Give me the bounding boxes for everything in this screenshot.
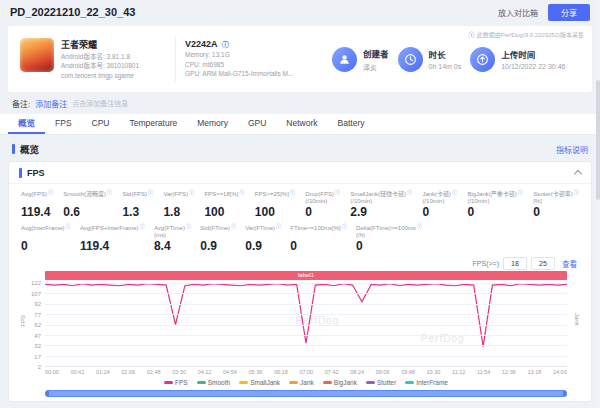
info-icon[interactable]: ⓘ [186,223,191,229]
fps-panel-header: FPS [9,162,591,184]
tab-Battery[interactable]: Battery [328,114,375,134]
x-tick: 02:48 [147,369,161,375]
page-scrollbar[interactable] [596,0,600,408]
legend-item-BigJank[interactable]: BigJank [323,379,357,386]
creator-value: 泽炎 [363,62,389,72]
legend-item-SmallJank[interactable]: SmallJank [239,379,280,386]
gridline [45,293,567,294]
duration-text: 时长 0h 14m 0s [429,48,462,70]
metric-doc-link[interactable]: 指标说明 [556,144,588,155]
duration-info: 时长 0h 14m 0s [398,47,462,72]
compare-box-link[interactable]: 放入对比箱 [498,7,538,18]
plot-column: label1 PerfDog PerfDog 00:0000:4201:2402… [45,271,567,397]
report-header-card: ⓘ此数据由PerfDog(9.0.2203252)版本采集 王者荣耀 Andro… [8,26,592,92]
share-button[interactable]: 分享 [548,4,590,21]
legend-item-InterFrame[interactable]: InterFrame [405,379,448,386]
y-axis-labels: 1221079277624732172 [23,283,43,367]
fps-max-input[interactable] [531,257,555,270]
info-icon[interactable]: ⓘ [518,189,523,195]
fps-stats-row2: Avg(InterFrame)ⓘ0Avg(FPS+InterFrame)ⓘ119… [9,221,434,255]
stat-Smooth(流畅度): Smooth(流畅度)ⓘ0.6 [63,191,112,219]
stat-Delta(FTime)>=100ms: Delta(FTime)>=100msⓘ(/h)0 [356,225,422,253]
info-icon[interactable]: ⓘ [276,223,281,229]
x-tick: 14:00 [553,369,567,375]
y-tick: 32 [23,343,41,349]
info-icon[interactable]: ⓘ [574,189,579,195]
stat-BigJank(严重卡顿): BigJank(严重卡顿)ⓘ(/10min)0 [467,191,522,219]
scrollbar-thumb[interactable] [45,390,567,397]
x-tick: 07:00 [299,369,313,375]
info-icon[interactable]: ⓘ [189,189,194,195]
user-icon [332,47,357,72]
info-icon[interactable]: ⓘ [148,189,153,195]
tab-GPU[interactable]: GPU [238,114,276,134]
stat-Var(FPS): Var(FPS)ⓘ1.8 [163,191,194,219]
y-tick: 17 [23,354,41,360]
x-tick: 04:54 [223,369,237,375]
game-icon [20,38,54,72]
legend-item-FPS[interactable]: FPS [164,379,188,386]
y-tick: 122 [23,280,41,286]
game-text: 王者荣耀 Android版本名: 3.81.1.8 Android版本号: 36… [61,38,139,80]
creator-text: 创建者 泽炎 [363,47,389,72]
gridline [45,314,567,315]
info-icon[interactable]: ⓘ [407,189,412,195]
tab-Network[interactable]: Network [276,114,327,134]
tab-概览[interactable]: 概览 [8,114,45,134]
tab-CPU[interactable]: CPU [82,114,120,134]
add-remark-link[interactable]: 添加备注 [35,98,67,109]
fps-plot[interactable]: PerfDog PerfDog [45,283,567,367]
clock-icon [398,47,423,72]
fps-min-input[interactable] [503,257,527,270]
info-icon: ⓘ [469,32,475,38]
info-icon[interactable]: ⓘ [417,223,422,229]
tab-FPS[interactable]: FPS [45,114,82,134]
legend-item-Stutter[interactable]: Stutter [366,379,396,386]
scrollbar-handle-left[interactable] [46,391,49,396]
info-icon[interactable]: ⓘ [290,189,295,195]
info-icon[interactable]: ⓘ [342,223,347,229]
stat-Jank(卡顿): Jank(卡顿)ⓘ(/10min)0 [422,191,457,219]
duration-label: 时长 [429,48,462,60]
fps-filter-label: FPS(>=) [473,260,499,267]
tab-Temperature[interactable]: Temperature [120,114,188,134]
x-tick: 07:42 [325,369,339,375]
scrollbar-handle-right[interactable] [563,391,566,396]
x-tick: 09:06 [376,369,390,375]
creator-info: 创建者 泽炎 [332,47,389,72]
info-icon[interactable]: ⓘ [239,189,244,195]
device-info-icon[interactable]: ⓘ [222,41,229,48]
topbar-actions: 放入对比箱 分享 [498,4,590,21]
page-scrollbar-thumb[interactable] [596,80,600,200]
view-button[interactable]: 查看 [562,258,577,269]
gridline [45,366,567,367]
fps-panel-title: FPS [27,168,45,178]
game-version-code: Android版本号: 361010801 [61,61,139,70]
x-tick: 06:18 [274,369,288,375]
y-tick: 62 [23,322,41,328]
gridline [45,283,567,284]
info-icon[interactable]: ⓘ [66,223,71,229]
upload-time-text: 上传时间 10/12/2022 22:30:46 [501,48,565,70]
info-icon[interactable]: ⓘ [452,189,457,195]
stat-Avg(FPS+InterFrame): Avg(FPS+InterFrame)ⓘ119.4 [80,225,145,253]
collapse-panel-icon[interactable] [574,170,582,178]
info-icon[interactable]: ⓘ [140,223,145,229]
info-icon[interactable]: ⓘ [48,189,53,195]
tab-Memory[interactable]: Memory [187,114,238,134]
chart-controls: FPS(>=) 查看 [9,255,591,271]
annotation-band[interactable]: label1 [45,271,567,280]
x-axis-labels: 00:0000:4201:2402:0602:4803:3004:1204:54… [45,369,567,375]
chart-scrollbar[interactable] [45,390,567,397]
stat-Std(FPS): Std(FPS)ⓘ1.3 [122,191,153,219]
collect-note: ⓘ此数据由PerfDog(9.0.2203252)版本采集 [469,30,584,39]
info-icon[interactable]: ⓘ [107,189,112,195]
upload-time-info: 上传时间 10/12/2022 22:30:46 [470,47,565,72]
info-icon[interactable]: ⓘ [231,223,236,229]
legend-item-Smooth[interactable]: Smooth [197,379,230,386]
stat-Stutter(卡顿率): Stutter(卡顿率)ⓘ[%]0 [533,191,579,219]
info-icon[interactable]: ⓘ [335,189,340,195]
stat-Var(FTime): Var(FTime)ⓘ0.9 [245,225,281,253]
duration-value: 0h 14m 0s [429,63,462,70]
legend-item-Jank[interactable]: Jank [289,379,314,386]
